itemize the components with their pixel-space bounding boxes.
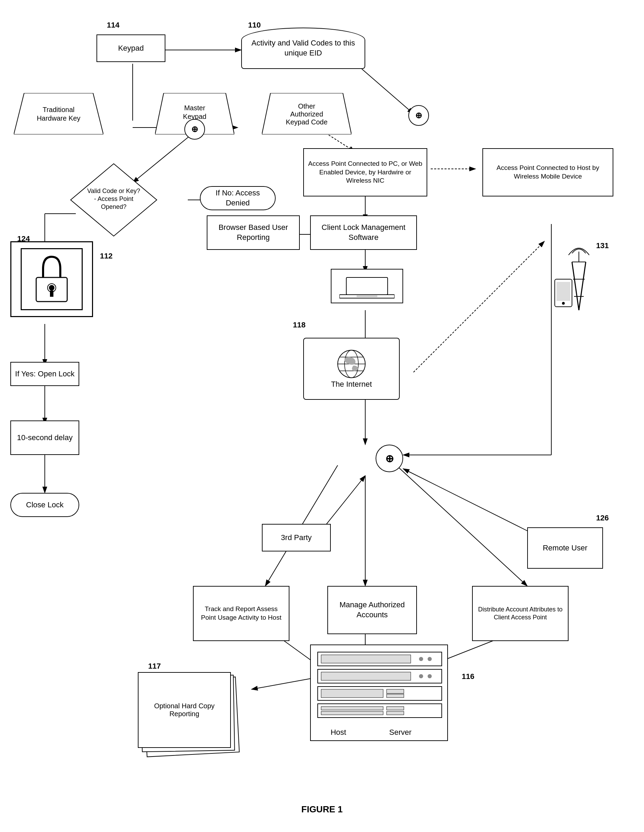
if-no-node: If No: Access Denied	[200, 186, 276, 210]
optional-hard-copy-node: Optional Hard Copy Reporting	[138, 672, 248, 769]
svg-text:- Access Point: - Access Point	[94, 195, 133, 202]
internet-node: The Internet	[303, 338, 400, 400]
xor-node-2: ⊕	[408, 105, 429, 126]
mobile-tower-icon	[545, 234, 613, 322]
browser-reporting-node: Browser Based User Reporting	[207, 215, 300, 250]
svg-text:Host: Host	[331, 728, 346, 736]
svg-rect-81	[321, 689, 383, 698]
svg-rect-87	[387, 707, 404, 710]
lock-box	[10, 241, 93, 317]
svg-line-3	[362, 69, 414, 114]
ref-114: 114	[107, 21, 120, 30]
xor-node-1: ⊕	[184, 119, 205, 139]
svg-text:Traditional: Traditional	[43, 106, 75, 114]
host-server-node: Host Server	[310, 645, 448, 741]
track-report-node: Track and Report Assess Point Usage Acti…	[193, 586, 289, 641]
svg-point-79	[428, 674, 432, 678]
svg-rect-73	[321, 655, 411, 663]
svg-rect-53	[50, 291, 53, 297]
close-lock-node: Close Lock	[10, 493, 79, 517]
svg-text:Hardware Key: Hardware Key	[37, 114, 81, 122]
svg-rect-55	[346, 277, 388, 295]
diagram-container: 110 114 Activity and Valid Codes to this…	[0, 0, 644, 810]
svg-point-54	[49, 285, 54, 291]
svg-rect-57	[356, 295, 377, 297]
svg-text:Keypad Code: Keypad Code	[286, 118, 328, 126]
delay-node: 10-second delay	[10, 421, 79, 455]
svg-marker-35	[14, 93, 103, 134]
svg-rect-77	[321, 672, 411, 680]
remote-user-node: Remote User	[527, 527, 603, 569]
other-authorized-node: Other Authorized Keypad Code	[262, 93, 352, 134]
svg-point-71	[562, 302, 565, 305]
svg-rect-82	[387, 689, 404, 693]
svg-point-75	[428, 657, 432, 661]
ref-112: 112	[100, 251, 113, 261]
ref-117: 117	[148, 662, 161, 671]
ref-110: 110	[248, 21, 261, 30]
figure-caption: FIGURE 1	[0, 797, 644, 822]
svg-point-78	[419, 674, 423, 678]
svg-text:Valid Code or Key?: Valid Code or Key?	[87, 187, 140, 194]
ref-116: 116	[462, 672, 475, 681]
distribute-attrs-node: Distribute Account Attributes to Client …	[472, 586, 569, 641]
svg-text:Master: Master	[184, 104, 205, 112]
svg-line-64	[579, 262, 586, 310]
svg-text:Authorized: Authorized	[290, 110, 323, 118]
ref-126: 126	[596, 514, 609, 523]
access-point-wireless-node: Access Point Connected to Host by Wirele…	[483, 148, 613, 197]
pc-icon	[339, 276, 395, 305]
svg-point-74	[419, 657, 423, 661]
traditional-key-node: Traditional Hardware Key	[14, 93, 103, 134]
svg-rect-84	[318, 704, 442, 718]
ref-118: 118	[293, 320, 306, 330]
manage-accounts-node: Manage Authorized Accounts	[328, 586, 417, 634]
access-point-pc-node: Access Point Connected to PC, or Web Ena…	[303, 148, 427, 197]
svg-text:Other: Other	[298, 102, 315, 110]
svg-rect-70	[556, 282, 570, 301]
svg-rect-83	[387, 694, 404, 698]
svg-rect-88	[387, 711, 404, 715]
client-lock-node: Client Lock Management Software	[310, 215, 417, 250]
svg-rect-86	[321, 711, 383, 715]
third-party-node: 3rd Party	[262, 524, 331, 552]
svg-line-34	[414, 241, 545, 372]
svg-line-63	[572, 262, 579, 310]
keypad-node: Keypad	[96, 34, 165, 62]
svg-rect-85	[321, 707, 383, 710]
svg-text:Server: Server	[389, 728, 412, 736]
if-yes-node: If Yes: Open Lock	[10, 362, 79, 386]
activity-eid-node: Activity and Valid Codes to this unique …	[241, 27, 365, 69]
xor-node-center: ⊕	[376, 445, 403, 472]
svg-line-27	[396, 465, 527, 586]
svg-text:Opened?: Opened?	[101, 203, 126, 210]
valid-code-diamond: Valid Code or Key? - Access Point Opened…	[69, 162, 158, 238]
